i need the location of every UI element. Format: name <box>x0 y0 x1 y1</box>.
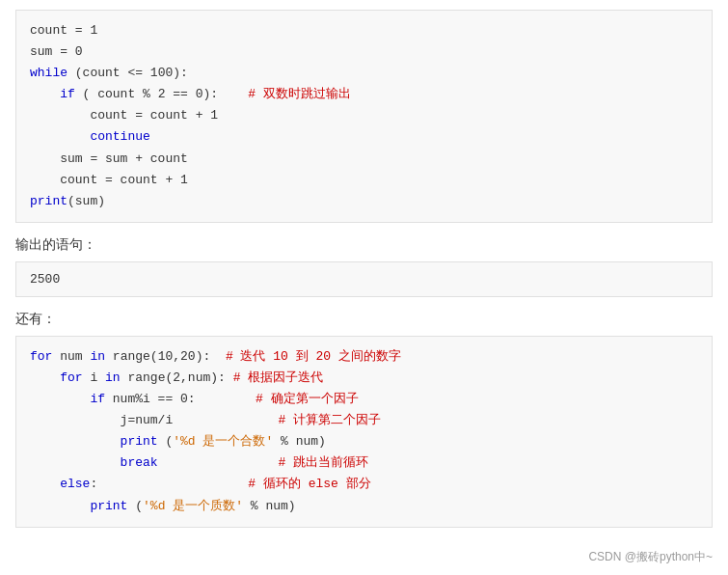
section-output-label: 输出的语句： <box>15 236 713 254</box>
section-also: 还有： for num in range(10,20): # 迭代 10 到 2… <box>15 311 713 528</box>
code-block-1: count = 1 sum = 0 while (count <= 100): … <box>15 10 713 223</box>
section-also-label: 还有： <box>15 311 713 328</box>
watermark: CSDN @搬砖python中~ <box>588 549 713 565</box>
code-block-2: for num in range(10,20): # 迭代 10 到 20 之间… <box>15 336 713 528</box>
output-value-1: 2500 <box>30 272 60 287</box>
output-block-1: 2500 <box>15 261 713 297</box>
page: count = 1 sum = 0 while (count <= 100): … <box>0 0 728 551</box>
section-output: 输出的语句： 2500 <box>15 236 713 297</box>
